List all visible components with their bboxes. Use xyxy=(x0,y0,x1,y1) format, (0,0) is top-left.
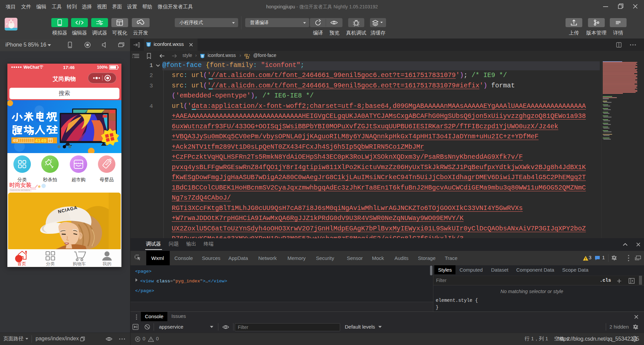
svg-text:母婴品: 母婴品 xyxy=(100,177,114,182)
svg-text:超市购: 超市购 xyxy=(71,177,86,182)
svg-text:100%: 100% xyxy=(97,65,108,70)
svg-text:首页: 首页 xyxy=(17,261,26,266)
svg-text:WeChat: WeChat xyxy=(23,65,39,70)
svg-text:49: 49 xyxy=(13,138,17,143)
svg-text:4149: 4149 xyxy=(35,138,47,143)
svg-text:秒杀拍: 秒杀拍 xyxy=(43,177,57,182)
svg-text:我的: 我的 xyxy=(102,261,111,266)
svg-text:FASHION WOMEN: FASHION WOMEN xyxy=(10,189,30,191)
svg-text:时尚女装: 时尚女装 xyxy=(9,182,32,188)
svg-text:分类: 分类 xyxy=(46,261,55,266)
svg-text:17:46: 17:46 xyxy=(63,65,75,70)
svg-text:购物车: 购物车 xyxy=(73,261,86,266)
svg-text:分类: 分类 xyxy=(17,177,27,182)
